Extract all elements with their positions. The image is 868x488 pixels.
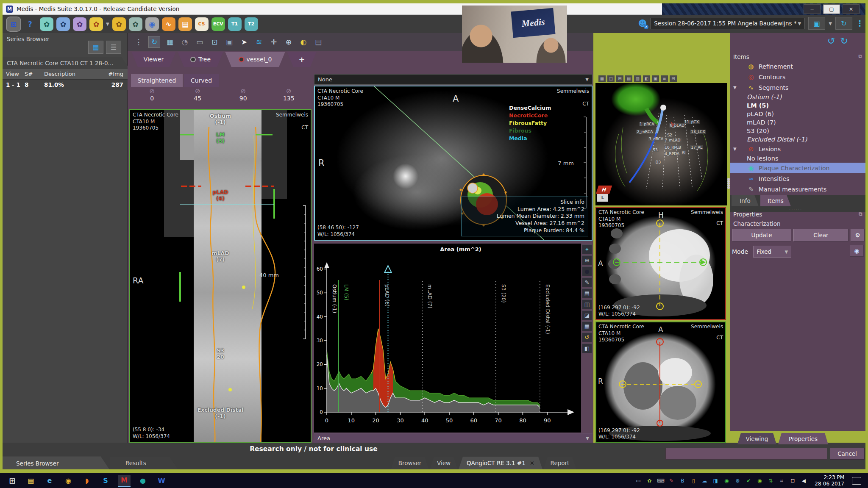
- ecv-icon[interactable]: ECV: [211, 17, 225, 31]
- volume-icon[interactable]: ◀: [800, 478, 807, 484]
- chevron-down-icon[interactable]: ▼: [829, 21, 832, 26]
- eset-icon[interactable]: ◉: [723, 478, 730, 484]
- tree-item-mlad-7-[interactable]: mLAD (7): [730, 118, 865, 127]
- area-chart[interactable]: Ostium (-1)LM (5)pLAD (6)mLAD (7)S3 (20)…: [314, 244, 581, 433]
- undo-icon[interactable]: ↺: [827, 36, 835, 46]
- zoom-icon[interactable]: ⊕: [284, 38, 294, 46]
- layout-save-button[interactable]: ▣: [808, 17, 825, 30]
- update-button[interactable]: Update: [732, 229, 791, 241]
- expand-panel-icon[interactable]: ⧉: [858, 53, 862, 59]
- rotation-90[interactable]: ⊘90: [220, 88, 266, 108]
- tree-item-s3-20-[interactable]: S3 (20): [730, 127, 865, 135]
- layout-h-icon[interactable]: ≡: [661, 75, 668, 82]
- axial-view[interactable]: CTA Necrotic CoreCTA10 M19360705 A Semme…: [595, 322, 726, 443]
- edge-icon[interactable]: e: [43, 475, 56, 487]
- bluetooth-icon[interactable]: B: [679, 478, 686, 484]
- overlay-select[interactable]: None▼: [314, 74, 593, 85]
- taskbar-clock[interactable]: 2:23 PM28-06-2017: [815, 474, 844, 487]
- volume-3d-view[interactable]: 1_pRCA2_mRCA3_dRCAS26_pLAD11_pCX13_LCX7_…: [595, 83, 727, 205]
- meeting-app-icon[interactable]: ●: [136, 475, 149, 487]
- ssd-icon[interactable]: ▭: [635, 478, 642, 484]
- contour-tool-icon[interactable]: ≋: [254, 38, 264, 46]
- tree-item-plad-6-[interactable]: pLAD (6): [730, 110, 865, 118]
- file-explorer-icon[interactable]: ▤: [25, 475, 37, 487]
- probe-icon[interactable]: ◔: [180, 38, 190, 46]
- grid-view-button[interactable]: ▦: [88, 41, 103, 54]
- maximize-button[interactable]: ▢: [823, 4, 840, 14]
- skype-icon[interactable]: S: [99, 475, 112, 487]
- window-level-icon[interactable]: ◐: [298, 38, 309, 46]
- qvat-icon[interactable]: ◉: [145, 17, 159, 31]
- collapse-icon[interactable]: ▼: [733, 147, 737, 151]
- tab-view[interactable]: View: [430, 457, 458, 469]
- layout-manager-icon[interactable]: ⊞: [7, 17, 20, 31]
- layout-d-icon[interactable]: ▤: [625, 75, 632, 82]
- orientation-cube[interactable]: H L: [597, 186, 612, 202]
- tree-item-plaque-characterization[interactable]: ◉Plaque Characterization: [730, 163, 865, 173]
- leaf-icon[interactable]: ✿: [646, 478, 653, 484]
- mode-select[interactable]: Fixed▼: [753, 246, 791, 258]
- tab-viewing[interactable]: Viewing: [737, 433, 776, 444]
- cross-section-view[interactable]: CTA Necrotic CoreCTA10 M19360705 Semmelw…: [314, 86, 593, 241]
- col-images[interactable]: #Img: [106, 69, 128, 79]
- qflow-icon[interactable]: ✿: [56, 17, 70, 31]
- tree-item-lm-5-[interactable]: LM (5): [730, 101, 865, 110]
- series-table-row[interactable]: 1 - 1 8 81.0% 287: [3, 80, 128, 90]
- layout-a-icon[interactable]: ▦: [598, 75, 606, 82]
- medis-app-icon[interactable]: M: [118, 475, 131, 487]
- collapse-icon[interactable]: ▼: [733, 85, 737, 90]
- overflow-menu-icon[interactable]: ⋮: [856, 19, 864, 28]
- start-button-icon[interactable]: ⊞: [6, 475, 19, 487]
- tree-item-manual-measurements[interactable]: ✎Manual measurements: [730, 184, 865, 194]
- tab-info[interactable]: Info: [732, 195, 759, 206]
- redo-icon[interactable]: ↻: [840, 36, 848, 46]
- printer-icon[interactable]: ⌨: [657, 478, 664, 484]
- shade-icon[interactable]: ◧: [582, 344, 592, 353]
- tab-tree[interactable]: Tree: [178, 52, 223, 67]
- t2-icon[interactable]: T2: [245, 17, 258, 31]
- chrome-icon[interactable]: ◉: [62, 475, 75, 487]
- add-tab-button[interactable]: +: [287, 52, 317, 67]
- notification-center-icon[interactable]: [852, 477, 861, 485]
- chevron-down-icon[interactable]: ▼: [106, 22, 109, 26]
- edit-icon[interactable]: ✎: [582, 277, 592, 287]
- close-button[interactable]: ✕: [843, 4, 860, 14]
- snapshot-icon[interactable]: ▣: [224, 38, 234, 46]
- tab-series-browser[interactable]: Series Browser: [3, 457, 109, 469]
- qangio-ct-icon[interactable]: ✿: [129, 17, 142, 31]
- qangio-xa-3d-icon[interactable]: ✿: [112, 17, 126, 31]
- session-select[interactable]: Session 28-06-2017 1:55 PM Angela Baudew…: [650, 18, 805, 29]
- grid-icon[interactable]: ▦: [582, 322, 592, 331]
- list-view-button[interactable]: ☰: [106, 41, 121, 54]
- network-icon[interactable]: ⊟: [789, 478, 796, 484]
- mpr-icon[interactable]: ▤: [313, 38, 323, 46]
- qmass-icon[interactable]: ✿: [40, 17, 53, 31]
- shield-check-icon[interactable]: ✔: [745, 478, 752, 484]
- tab-qangioct[interactable]: QAngioCT RE 3.1 #1✕: [459, 457, 542, 469]
- t1-icon[interactable]: T1: [228, 17, 242, 31]
- tab-browser[interactable]: Browser: [391, 457, 429, 469]
- layout-b-icon[interactable]: ◫: [607, 75, 615, 82]
- curad-icon[interactable]: ∿: [162, 17, 175, 31]
- minimize-button[interactable]: ─: [804, 4, 821, 14]
- panel-splitter[interactable]: ●●●●●: [727, 178, 729, 195]
- help-icon[interactable]: ?: [23, 17, 37, 31]
- word-icon[interactable]: W: [155, 475, 168, 487]
- reset-icon[interactable]: ↺: [582, 333, 592, 342]
- pointer-icon[interactable]: ➤: [239, 38, 249, 46]
- series-tab[interactable]: CTA Necrotic Core CTA10 CT 1 28-0...: [3, 57, 130, 69]
- tree-item-segments[interactable]: ▼∿Segments: [730, 82, 865, 93]
- tab-vessel-0[interactable]: vessel_0: [225, 52, 285, 67]
- col-view[interactable]: View: [3, 69, 25, 79]
- settings-button[interactable]: ⚙: [851, 229, 865, 241]
- docking-icon[interactable]: ⌗: [778, 478, 785, 484]
- tab-straightened[interactable]: Straightened: [131, 74, 183, 87]
- expand-panel-icon[interactable]: ⧉: [859, 211, 865, 217]
- sync-icon[interactable]: ↻: [148, 36, 160, 48]
- half-icon[interactable]: ◪: [582, 311, 592, 320]
- session-refresh-button[interactable]: ↻: [835, 17, 852, 30]
- qstrain-icon[interactable]: ✿: [73, 17, 86, 31]
- firefox-icon[interactable]: ◗: [81, 475, 93, 487]
- visibility-button[interactable]: ◉: [850, 245, 864, 257]
- rotation-0[interactable]: ⊘0: [129, 88, 175, 108]
